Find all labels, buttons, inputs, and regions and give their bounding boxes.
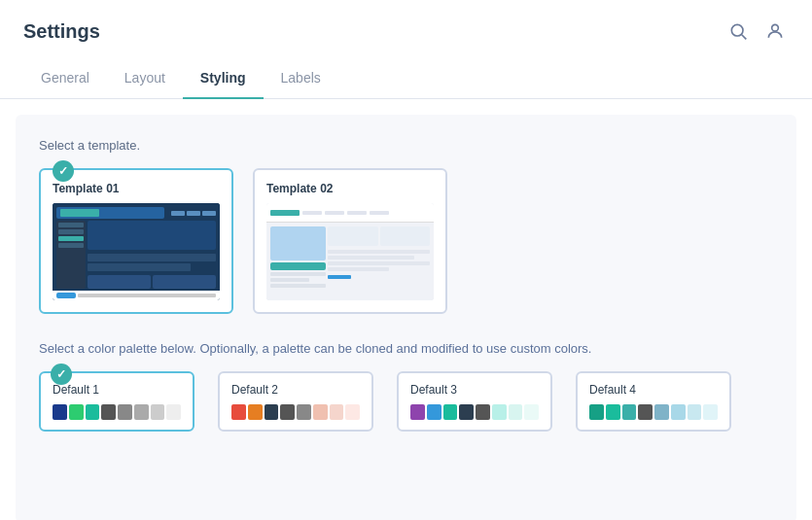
swatch	[313, 404, 328, 420]
swatch	[101, 404, 116, 420]
swatch	[524, 404, 539, 420]
svg-line-1	[742, 35, 747, 40]
tabs-bar: General Layout Styling Labels	[0, 58, 812, 99]
swatch	[622, 404, 637, 420]
palette-default4-name: Default 4	[589, 383, 718, 397]
swatch	[638, 404, 653, 420]
tab-layout[interactable]: Layout	[107, 58, 183, 99]
swatch	[231, 404, 246, 420]
swatch	[86, 404, 100, 420]
swatch	[345, 404, 360, 420]
swatch	[606, 404, 620, 420]
content-area: Select a template. ✓ Template 01	[16, 115, 796, 520]
tab-general[interactable]: General	[23, 58, 107, 99]
palettes-row: ✓ Default 1 Default 2	[39, 371, 773, 432]
swatch	[410, 404, 425, 420]
swatch	[671, 404, 686, 420]
page-title: Settings	[23, 20, 100, 43]
palette-card-default4[interactable]: Default 4	[576, 371, 731, 432]
palette-default3-swatches	[410, 404, 539, 420]
palette-default3-name: Default 3	[410, 383, 539, 397]
page-wrapper: Settings General Layout Styling Labels	[0, 0, 812, 520]
template-card-01[interactable]: ✓ Template 01	[39, 168, 233, 314]
palette-card-default1[interactable]: ✓ Default 1	[39, 371, 194, 432]
swatch	[492, 404, 507, 420]
swatch	[459, 404, 474, 420]
page-header: Settings	[0, 0, 812, 58]
template-section-label: Select a template.	[39, 138, 773, 153]
template-01-preview	[53, 203, 220, 300]
palette-card-default3[interactable]: Default 3	[397, 371, 552, 432]
template-01-check: ✓	[53, 160, 74, 182]
user-icon[interactable]	[761, 17, 789, 45]
color-section-label: Select a color palette below. Optionally…	[39, 341, 773, 356]
svg-point-0	[731, 24, 743, 36]
palette-default1-check: ✓	[51, 364, 72, 385]
palette-card-default2[interactable]: Default 2	[218, 371, 373, 432]
palette-default2-swatches	[231, 404, 360, 420]
template-card-02[interactable]: Template 02	[253, 168, 447, 314]
swatch	[69, 404, 84, 420]
palette-default1-name: Default 1	[53, 383, 181, 397]
template-02-name: Template 02	[266, 182, 434, 195]
swatch	[280, 404, 295, 420]
palette-default2-name: Default 2	[231, 383, 360, 397]
svg-point-2	[772, 24, 779, 31]
swatch	[118, 404, 132, 420]
swatch	[330, 404, 344, 420]
swatch	[151, 404, 165, 420]
swatch	[589, 404, 604, 420]
templates-row: ✓ Template 01	[39, 168, 773, 314]
palette-default1-swatches	[53, 404, 181, 420]
swatch	[166, 404, 181, 420]
palette-default4-swatches	[589, 404, 718, 420]
swatch	[476, 404, 490, 420]
swatch	[53, 404, 67, 420]
header-icons	[724, 17, 789, 45]
swatch	[297, 404, 311, 420]
swatch	[248, 404, 263, 420]
swatch	[509, 404, 523, 420]
swatch	[703, 404, 718, 420]
template-01-name: Template 01	[53, 182, 220, 195]
swatch	[443, 404, 458, 420]
tab-styling[interactable]: Styling	[183, 58, 264, 99]
swatch	[134, 404, 149, 420]
swatch	[654, 404, 669, 420]
swatch	[265, 404, 279, 420]
search-icon[interactable]	[724, 17, 752, 45]
swatch	[427, 404, 441, 420]
tab-labels[interactable]: Labels	[264, 58, 338, 99]
swatch	[688, 404, 702, 420]
template-02-preview	[266, 203, 434, 300]
